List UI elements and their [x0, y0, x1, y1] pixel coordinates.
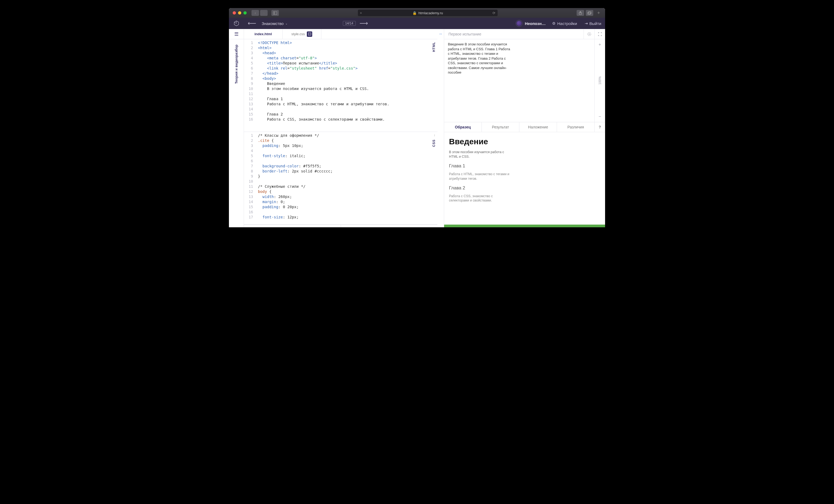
preview-title: Первое испытание [444, 32, 584, 36]
chevron-down-icon: ⌄ [285, 22, 287, 25]
settings-label: Настройки [557, 21, 577, 26]
editors: 12345678910111213141516 <!DOCTYPE html> … [244, 39, 437, 225]
zoom-value: 100% [598, 50, 602, 111]
sample-ch2-title: Глава 2 [449, 185, 600, 191]
preview-body: Введение В этом пособии изучается работа… [444, 39, 605, 122]
sample-ch1-title: Глава 1 [449, 163, 600, 169]
html-editor[interactable]: 12345678910111213141516 <!DOCTYPE html> … [244, 39, 437, 132]
preview-text: Введение В этом пособии изучается работа… [448, 42, 512, 75]
tab-overlay[interactable]: Наложение [519, 122, 557, 132]
sidebar-toggle-button[interactable] [271, 10, 279, 16]
exit-button[interactable]: ⇥ Выйти [581, 21, 605, 26]
rail-menu-button[interactable]: ☰ [229, 29, 244, 39]
preview-header: Первое испытание [444, 29, 605, 39]
avatar [517, 21, 522, 26]
exit-icon: ⇥ [585, 21, 588, 25]
tabs-button[interactable] [586, 10, 593, 16]
user-menu[interactable]: Неопозн… [513, 20, 548, 27]
forward-button[interactable]: › [260, 10, 268, 16]
titlebar: ‹ › ≡ 🔒 htmlacademy.ru ⟳ + [229, 8, 605, 18]
preview-content: Введение В этом пособии изучается работа… [444, 39, 594, 122]
exit-label: Выйти [590, 21, 601, 26]
share-button[interactable] [577, 10, 584, 16]
new-tab-button[interactable]: + [596, 10, 601, 16]
maximize-window-button[interactable] [243, 11, 247, 15]
close-window-button[interactable] [233, 11, 236, 15]
css-lang-badge: CSS [432, 139, 436, 147]
nav-buttons: ‹ › [251, 10, 268, 16]
tab-sample[interactable]: Образец [444, 122, 482, 132]
editor-column: index.html style.css 1234567891011121314… [244, 29, 437, 227]
html-code[interactable]: <!DOCTYPE html> <html> <head> <meta char… [256, 39, 437, 132]
zoom-rail: + 100% − [594, 39, 605, 122]
reader-icon[interactable]: ≡ [360, 11, 361, 15]
address-area: ≡ 🔒 htmlacademy.ru ⟳ [281, 10, 574, 16]
sample-h1: Введение [449, 137, 600, 146]
reset-button[interactable]: ✕ Сбросить код [341, 225, 438, 227]
fullscreen-button[interactable] [594, 29, 605, 39]
address-bar[interactable]: ≡ 🔒 htmlacademy.ru ⟳ [358, 10, 498, 16]
tab-label: style.css [291, 32, 305, 36]
lesson-dropdown[interactable]: Знакомство ⌄ [260, 21, 289, 26]
split-panel-icon[interactable] [307, 31, 312, 37]
css-gutter: 1234567891011121314151617 [244, 132, 256, 224]
lock-icon: 🔒 [413, 11, 417, 15]
tab-result[interactable]: Результат [482, 122, 519, 132]
save-button[interactable]: ✓ Сохранить код [244, 225, 341, 227]
sample-area: Введение В этом пособии изучается работа… [444, 132, 605, 225]
tab-help[interactable]: ? [594, 122, 605, 132]
tab-index-html[interactable]: index.html [244, 29, 283, 39]
editor-tabs: index.html style.css [244, 29, 437, 39]
compare-tabs: Образец Результат Наложение Различия ? [444, 122, 605, 132]
compare-button[interactable]: Сравнить (7 попыток) [444, 225, 605, 227]
tab-label: index.html [255, 32, 272, 36]
css-code[interactable]: /* Классы для оформления */ .cite { padd… [256, 132, 437, 224]
svg-rect-0 [273, 12, 277, 15]
gear-icon: ⚙ [552, 21, 556, 25]
url-host: htmlacademy.ru [418, 11, 443, 15]
next-lesson-button[interactable]: ⟶ [356, 20, 372, 27]
lesson-title: Знакомство [262, 21, 284, 26]
progress-badge: 14/14 [343, 21, 356, 26]
traffic-lights [233, 11, 247, 15]
left-rail: ☰ Теория и видеоразбор [229, 29, 244, 227]
minimize-window-button[interactable] [238, 11, 241, 15]
sample-intro: В этом пособии изучается работа с HTML и… [449, 150, 511, 159]
tab-style-css[interactable]: style.css [283, 29, 321, 39]
collapse-css-icon[interactable]: ↑ [434, 133, 435, 137]
zoom-in-button[interactable]: + [595, 39, 605, 50]
app-header: ⟵ Знакомство ⌄ 14/14 ⟶ Неопозн… ⚙ Настро… [229, 18, 605, 29]
svg-rect-4 [588, 12, 591, 14]
html-lang-badge: HTML [432, 42, 436, 52]
svg-rect-3 [588, 12, 591, 14]
column-resize-handle[interactable]: ↔ [437, 29, 444, 227]
back-button[interactable]: ‹ [251, 10, 259, 16]
browser-window: ‹ › ≡ 🔒 htmlacademy.ru ⟳ + [229, 8, 605, 227]
user-name: Неопозн… [525, 21, 546, 26]
rail-label[interactable]: Теория и видеоразбор [234, 45, 238, 84]
css-editor[interactable]: 1234567891011121314151617 /* Классы для … [244, 132, 437, 225]
editor-footer: ✓ Сохранить код ✕ Сбросить код [244, 225, 437, 227]
workspace: ☰ Теория и видеоразбор index.html style.… [229, 29, 605, 227]
avatar-wrap [515, 20, 523, 27]
zoom-out-button[interactable]: − [595, 111, 605, 122]
sample-ch2-text: Работа с CSS, знакомство с селекторами и… [449, 194, 511, 203]
sample-ch1-text: Работа с HTML, знакомство с тегами и атр… [449, 172, 511, 181]
right-buttons: + [577, 10, 601, 16]
logo[interactable] [229, 20, 244, 26]
html-gutter: 12345678910111213141516 [244, 39, 256, 132]
run-button[interactable] [584, 29, 594, 39]
preview-column: Первое испытание Введение В этом пособии… [444, 29, 605, 227]
prev-lesson-button[interactable]: ⟵ [244, 20, 260, 27]
tab-diff[interactable]: Различия [557, 122, 594, 132]
reload-icon[interactable]: ⟳ [492, 11, 496, 15]
settings-button[interactable]: ⚙ Настройки [548, 21, 581, 26]
